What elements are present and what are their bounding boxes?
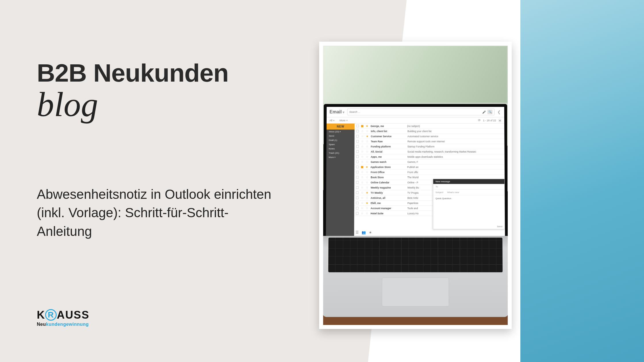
- star-empty-icon[interactable]: ☆: [366, 186, 368, 189]
- star-empty-icon[interactable]: ☆: [366, 196, 368, 199]
- search-submit-icon[interactable]: 🔍: [487, 110, 492, 114]
- mail-checkbox[interactable]: [356, 150, 359, 153]
- mail-checkbox[interactable]: [356, 130, 359, 132]
- star-filled-icon[interactable]: ★: [366, 165, 368, 169]
- chevron-left-icon[interactable]: ❮: [497, 110, 501, 114]
- star-empty-icon[interactable]: ☆: [366, 155, 369, 158]
- mail-row[interactable]: ☆☆Funding platformStartup Funding Platfo…: [354, 144, 505, 149]
- mail-checkbox[interactable]: [356, 140, 359, 143]
- mail-subject: Games, F: [407, 160, 503, 163]
- page-prev-icon[interactable]: ◂: [498, 119, 501, 122]
- heading-line2: blog: [37, 87, 273, 122]
- flag-empty-icon[interactable]: ☆: [361, 145, 364, 148]
- flag-empty-icon[interactable]: ☆: [361, 171, 364, 174]
- mail-row[interactable]: ☆☆Games watchGames, F: [354, 159, 505, 165]
- mail-row[interactable]: ☆☆Team RawRemote support tools over inte…: [354, 139, 505, 144]
- flag-empty-icon[interactable]: ☆: [361, 196, 363, 199]
- mail-checkbox[interactable]: [356, 191, 359, 194]
- mail-sender: Hotel Suite: [371, 212, 405, 215]
- mail-row[interactable]: ☆☆Apps, meMobile apps downloads statisti…: [354, 154, 505, 159]
- star-empty-icon[interactable]: ☆: [366, 145, 369, 148]
- flag-empty-icon[interactable]: ☆: [361, 201, 363, 205]
- photo: Email 🎤 🔍 ❮ All More: [323, 46, 508, 325]
- sidebar-item-notes[interactable]: Notes: [326, 147, 354, 151]
- mail-checkbox[interactable]: [356, 207, 359, 209]
- flag-empty-icon[interactable]: ☆: [361, 186, 363, 189]
- flag-empty-icon[interactable]: ☆: [361, 207, 363, 210]
- flag-empty-icon[interactable]: ☆: [361, 181, 363, 184]
- mail-row[interactable]: ☆☆Front OfficeFront offic: [354, 170, 505, 175]
- bottom-icon-bar: ☰ 👥 ★: [355, 230, 373, 235]
- star-empty-icon[interactable]: ☆: [366, 207, 368, 210]
- mic-icon[interactable]: 🎤: [482, 110, 486, 113]
- more-actions-dropdown[interactable]: More: [340, 119, 348, 122]
- flag-empty-icon[interactable]: ☆: [361, 191, 363, 194]
- star-empty-icon[interactable]: ☆: [366, 176, 368, 179]
- sidebar-item-spam[interactable]: Spam: [326, 142, 354, 147]
- mail-checkbox[interactable]: [356, 176, 359, 178]
- star-empty-icon[interactable]: ☆: [366, 160, 369, 163]
- compose-to-field[interactable]: To: [433, 184, 505, 190]
- mail-checkbox[interactable]: [356, 202, 359, 204]
- compose-new-button[interactable]: NEW: [327, 124, 355, 130]
- filter-all-dropdown[interactable]: All: [329, 119, 334, 122]
- star-filled-icon[interactable]: ★: [366, 191, 368, 194]
- mail-checkbox[interactable]: [356, 212, 359, 215]
- flag-empty-icon[interactable]: ☆: [361, 212, 363, 215]
- sidebar-item-more[interactable]: More: [326, 155, 354, 159]
- flag-filled-icon[interactable]: [361, 125, 363, 127]
- sidebar-item-send[interactable]: Send: [327, 134, 355, 138]
- star-filled-icon[interactable]: ★: [366, 201, 368, 205]
- compose-send-button[interactable]: Send: [433, 224, 505, 229]
- mail-checkbox[interactable]: [356, 181, 359, 184]
- refresh-icon[interactable]: ⟳: [478, 118, 481, 122]
- flag-empty-icon[interactable]: ☆: [361, 160, 364, 163]
- sidebar-item-draft[interactable]: Draft (1): [327, 138, 355, 143]
- mail-row[interactable]: ☆☆All, SocialSocial media marketing, res…: [354, 149, 505, 154]
- mail-sender: Book Store: [371, 176, 405, 179]
- mail-checkbox[interactable]: [356, 145, 359, 148]
- mail-row[interactable]: ☆★Customer ServiceAutomated customer ser…: [354, 134, 504, 139]
- flag-empty-icon[interactable]: ☆: [361, 155, 364, 158]
- star-empty-icon[interactable]: ☆: [366, 171, 368, 174]
- app-title-dropdown[interactable]: Email: [329, 109, 344, 115]
- flag-empty-icon[interactable]: ☆: [361, 176, 363, 179]
- flag-empty-icon[interactable]: ☆: [361, 150, 364, 153]
- flag-empty-icon[interactable]: ☆: [361, 135, 364, 138]
- star-empty-icon[interactable]: ☆: [366, 181, 368, 184]
- menu-icon[interactable]: ☰: [356, 230, 359, 234]
- compose-body[interactable]: Quick Question: [433, 195, 505, 224]
- compose-header[interactable]: New message: [433, 179, 505, 184]
- star-empty-icon[interactable]: ☆: [366, 140, 369, 143]
- star-icon[interactable]: ★: [369, 230, 372, 234]
- flag-filled-icon[interactable]: [361, 166, 363, 168]
- mail-checkbox[interactable]: [356, 186, 359, 189]
- star-empty-icon[interactable]: ☆: [366, 130, 369, 133]
- mail-row[interactable]: ☆☆Info, client listBuilding your client …: [354, 129, 504, 134]
- laptop-bezel: Email 🎤 🔍 ❮ All More: [323, 104, 508, 236]
- mail-subject: Automated customer service: [407, 135, 503, 138]
- mail-row[interactable]: ★George, me(no subject): [354, 124, 504, 129]
- flag-empty-icon[interactable]: ☆: [361, 130, 364, 133]
- sidebar-item-inbox[interactable]: Inbox (22): [327, 130, 355, 134]
- mail-checkbox[interactable]: [356, 155, 359, 158]
- contacts-icon[interactable]: 👥: [362, 230, 366, 234]
- star-filled-icon[interactable]: ★: [366, 135, 369, 138]
- mail-checkbox[interactable]: [356, 197, 359, 199]
- compose-subject-field[interactable]: Subject What's new: [433, 190, 505, 195]
- flag-empty-icon[interactable]: ☆: [361, 140, 364, 143]
- mail-row[interactable]: ★Application StorePublish an: [354, 165, 505, 170]
- star-empty-icon[interactable]: ☆: [366, 150, 369, 153]
- app-header: Email 🎤 🔍 ❮: [327, 107, 504, 117]
- mail-checkbox[interactable]: [356, 135, 359, 138]
- mail-checkbox[interactable]: [356, 125, 359, 127]
- mail-sender: Games watch: [371, 160, 405, 163]
- mail-checkbox[interactable]: [356, 171, 359, 174]
- mail-checkbox[interactable]: [356, 161, 359, 163]
- star-empty-icon[interactable]: ☆: [366, 212, 368, 215]
- star-filled-icon[interactable]: ★: [366, 124, 368, 128]
- search-bar[interactable]: 🎤 🔍: [347, 109, 495, 115]
- sidebar-item-trash[interactable]: Trash (21): [326, 151, 354, 155]
- search-input[interactable]: [349, 111, 481, 113]
- mail-checkbox[interactable]: [356, 166, 359, 168]
